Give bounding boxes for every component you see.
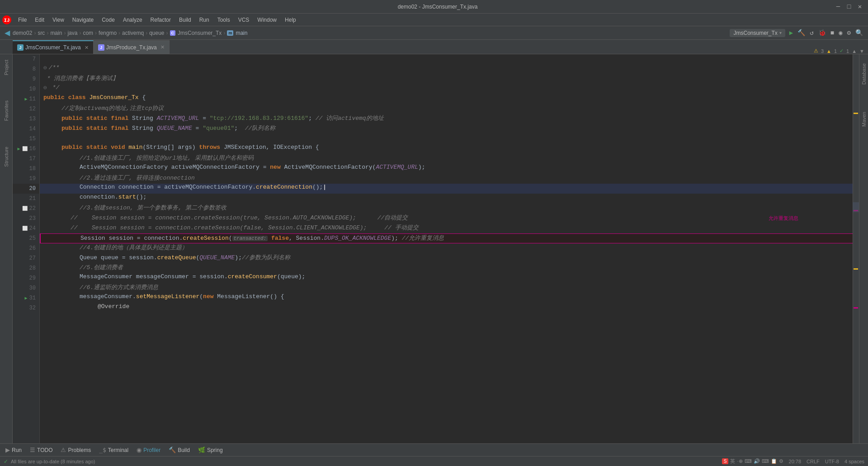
scroll-mark-warn-2: [854, 268, 858, 270]
bc-class[interactable]: JmsConsumer_Tx: [178, 30, 222, 36]
run-tool-button[interactable]: ▶ Run: [2, 445, 25, 455]
menu-tools[interactable]: Tools: [214, 15, 234, 25]
fold-arrow-11[interactable]: ▶: [25, 96, 28, 102]
ok-count: 1: [846, 48, 849, 54]
maven-panel-label[interactable]: Maven: [860, 107, 868, 131]
menu-build[interactable]: Build: [175, 15, 195, 25]
scroll-thumb[interactable]: [853, 202, 859, 212]
minimize-button[interactable]: ─: [835, 3, 842, 10]
menu-file[interactable]: File: [14, 15, 30, 25]
terminal-tool-label: Terminal: [108, 447, 128, 453]
line-separator[interactable]: CRLF: [807, 459, 820, 464]
gutter-8: 8: [13, 64, 39, 74]
terminal-tool-button[interactable]: _$ Terminal: [95, 445, 132, 455]
file-encoding[interactable]: UTF-8: [825, 459, 839, 464]
bc-src[interactable]: src: [38, 30, 45, 36]
bookmark-24[interactable]: ⬜: [22, 226, 28, 231]
menu-vcs[interactable]: VCS: [235, 15, 253, 25]
structure-panel-label[interactable]: Structure: [3, 143, 10, 171]
profile-icon[interactable]: ◉: [837, 28, 844, 38]
ok-count-icon: ✓: [840, 48, 844, 54]
gutter-32: 32: [13, 303, 39, 313]
debug-icon[interactable]: 🐞: [817, 28, 827, 38]
bottom-toolbar: ▶ Run ☰ TODO ⚠ Problems _$ Terminal ◉ Pr…: [0, 443, 868, 456]
run-tool-icon: ▶: [5, 447, 10, 453]
code-line-7: [40, 54, 853, 64]
fold-arrow-31[interactable]: ▶: [25, 295, 28, 301]
close-button[interactable]: ✕: [856, 3, 863, 10]
code-line-13: public static final String ACTIVEMQ_URL …: [40, 114, 853, 124]
build-project-icon[interactable]: 🔨: [796, 28, 807, 38]
menu-edit[interactable]: Edit: [31, 15, 48, 25]
status-bar: ✓ All files are up-to-date (8 minutes ag…: [0, 456, 868, 466]
menu-code[interactable]: Code: [98, 15, 118, 25]
gutter-10: 10: [13, 84, 39, 94]
bc-com[interactable]: com: [83, 30, 93, 36]
problems-tool-label: Problems: [68, 447, 91, 453]
spring-tool-button[interactable]: 🌿 Spring: [194, 445, 226, 455]
window-controls[interactable]: ─ □ ✕: [835, 3, 863, 10]
build-tool-button[interactable]: 🔨 Build: [165, 445, 193, 455]
tab-jmsproduce[interactable]: J JmsProduce_Tx.java ✕: [94, 40, 170, 54]
tab-close-1[interactable]: ✕: [85, 45, 89, 51]
scroll-up[interactable]: ▲: [852, 48, 857, 54]
maximize-button[interactable]: □: [845, 3, 853, 10]
bc-main[interactable]: main: [50, 30, 62, 36]
project-panel-label[interactable]: Project: [3, 56, 10, 79]
bc-fengmo[interactable]: fengmo: [99, 30, 117, 36]
tab-label-1: JmsConsumer_Tx.java: [25, 44, 81, 51]
favorites-panel-label[interactable]: Favorites: [3, 97, 10, 124]
editor-tabs: J JmsConsumer_Tx.java ✕ J JmsProduce_Tx.…: [0, 40, 868, 54]
reload-icon[interactable]: ↺: [808, 28, 815, 38]
menu-run[interactable]: Run: [196, 15, 213, 25]
bc-queue[interactable]: queue: [149, 30, 164, 36]
menu-window[interactable]: Window: [254, 15, 280, 25]
profiler-tool-button[interactable]: ◉ Profiler: [133, 445, 164, 455]
settings-icon[interactable]: ⚙: [846, 28, 852, 38]
code-line-31: messageConsumer.setMessageListener(new M…: [40, 293, 853, 303]
bc-demo02[interactable]: demo02: [13, 30, 32, 36]
code-content[interactable]: ⊖ /** * 消息消费者【事务测试】 ⊖ */ public class Jm…: [40, 54, 853, 443]
back-button[interactable]: ◀: [4, 28, 11, 38]
spring-tool-icon: 🌿: [198, 447, 205, 453]
toolbar-actions: ▶ 🔨 ↺ 🐞 ■ ◉ ⚙ 🔍: [788, 28, 864, 38]
run-config-selector[interactable]: JmsConsumer_Tx ▾: [730, 29, 785, 37]
menu-view[interactable]: View: [49, 15, 68, 25]
problems-tool-button[interactable]: ⚠ Problems: [57, 445, 94, 455]
todo-tool-button[interactable]: ☰ TODO: [26, 445, 56, 455]
indent-setting[interactable]: 4 spaces: [844, 459, 864, 464]
profiler-tool-icon: ◉: [137, 447, 142, 453]
nav-bar: ◀ demo02 › src › main › java › com › fen…: [0, 26, 868, 40]
bc-activemq[interactable]: activemq: [122, 30, 144, 36]
code-line-30: //6.通监听的方式来消费消息: [40, 283, 853, 293]
menu-help[interactable]: Help: [281, 15, 300, 25]
gutter-18: 18: [13, 164, 39, 174]
cursor-position[interactable]: 20:78: [789, 459, 802, 464]
scroll-mark-error-2: [854, 307, 858, 309]
sogou-icon: S: [722, 458, 729, 464]
spring-tool-label: Spring: [207, 447, 223, 453]
code-line-11: public class JmsConsumer_Tx {: [40, 94, 853, 104]
fold-arrow-16[interactable]: ▶: [18, 146, 20, 152]
tab-jmsconsumer[interactable]: J JmsConsumer_Tx.java ✕: [13, 40, 94, 54]
gutter-15: 15: [13, 134, 39, 144]
menu-refactor[interactable]: Refactor: [147, 15, 175, 25]
menu-bar: IJ File Edit View Navigate Code Analyze …: [0, 14, 868, 26]
bookmark-22[interactable]: ⬜: [22, 206, 28, 211]
app-logo: IJ: [2, 15, 12, 25]
coverage-icon[interactable]: ■: [829, 29, 835, 38]
code-line-23: // Session session = connection.createSe…: [40, 214, 853, 223]
menu-navigate[interactable]: Navigate: [69, 15, 97, 25]
gutter-9: 9: [13, 74, 39, 84]
gutter-17: 17: [13, 154, 39, 164]
bc-java[interactable]: java: [67, 30, 77, 36]
search-icon[interactable]: 🔍: [854, 28, 864, 38]
run-button[interactable]: ▶: [788, 28, 794, 38]
todo-tool-icon: ☰: [30, 447, 35, 453]
bookmark-16[interactable]: ⬜: [22, 146, 28, 152]
scroll-down[interactable]: ▼: [859, 48, 864, 54]
menu-analyze[interactable]: Analyze: [119, 15, 146, 25]
tab-close-2[interactable]: ✕: [160, 44, 165, 50]
database-panel-label[interactable]: Database: [860, 59, 868, 89]
nav-right: JmsConsumer_Tx ▾ ▶ 🔨 ↺ 🐞 ■ ◉ ⚙ 🔍: [730, 28, 864, 38]
